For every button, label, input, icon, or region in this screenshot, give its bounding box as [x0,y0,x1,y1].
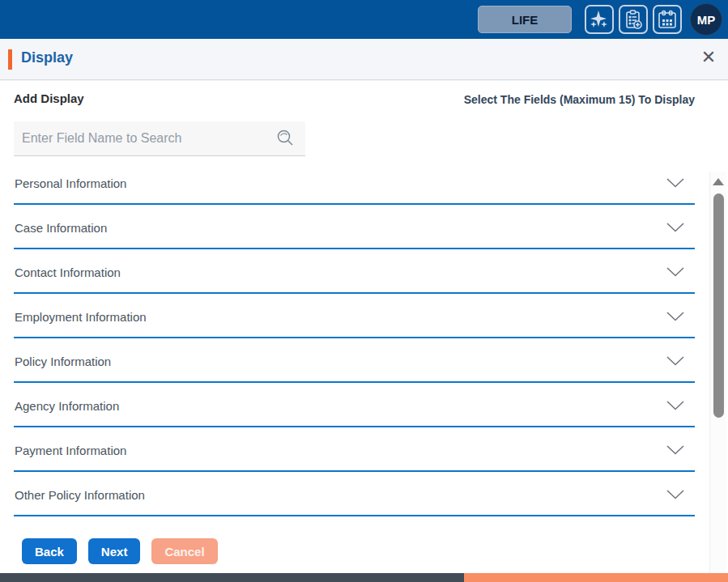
chevron-down-icon[interactable] [666,266,685,278]
search-icon[interactable] [275,128,296,149]
chevron-down-icon[interactable] [666,311,685,322]
field-group-label: Employment Information [15,310,147,324]
field-group-employment-information[interactable]: Employment Information [14,294,695,338]
bottom-bar [0,573,728,582]
sparkles-icon [589,9,610,30]
field-group-agency-information[interactable]: Agency Information [14,383,695,427]
cancel-button[interactable]: Cancel [151,538,217,564]
scroll-up-arrow-icon[interactable] [713,178,724,185]
chevron-down-icon[interactable] [666,177,685,189]
bottom-bar-orange-segment [464,573,728,582]
field-group-list: Personal Information Case Information Co… [14,160,695,516]
scrollbar[interactable] [709,172,726,582]
screen: LIFE [0,0,728,582]
next-button[interactable]: Next [88,538,141,564]
search-input[interactable] [14,131,275,146]
top-navbar: LIFE [0,0,728,39]
chevron-down-icon[interactable] [666,489,685,500]
field-group-label: Policy Information [15,355,111,368]
accent-bar [8,49,12,70]
calendar-icon [657,9,678,30]
clipboard-add-icon [623,9,644,30]
field-group-label: Agency Information [15,399,119,413]
field-group-payment-information[interactable]: Payment Information [14,427,695,472]
field-group-label: Other Policy Information [15,488,145,502]
field-group-case-information[interactable]: Case Information [14,205,695,249]
close-icon[interactable]: ✕ [697,46,720,69]
chevron-down-icon[interactable] [666,400,685,411]
field-group-policy-information[interactable]: Policy Information [14,338,695,383]
scrollbar-thumb[interactable] [713,193,724,418]
sparkles-button[interactable] [585,5,614,34]
life-button[interactable]: LIFE [478,6,572,33]
clipboard-add-button[interactable] [619,5,648,34]
panel-heading: Add Display [14,91,84,105]
modal-title: Display [21,49,73,66]
chevron-down-icon[interactable] [666,355,685,367]
field-group-contact-information[interactable]: Contact Information [14,249,695,294]
field-group-other-policy-information[interactable]: Other Policy Information [14,472,695,516]
field-group-label: Contact Information [15,266,121,279]
chevron-down-icon[interactable] [666,222,685,233]
modal-body: Add Display Select The Fields (Maximum 1… [0,81,728,573]
field-group-label: Payment Information [15,444,126,457]
back-button[interactable]: Back [22,538,77,564]
footer-actions: Back Next Cancel [22,538,218,564]
calendar-button[interactable] [653,5,682,34]
field-group-label: Case Information [15,221,107,235]
modal-header: Display ✕ [0,39,728,80]
field-search [14,121,305,156]
fields-hint: Select The Fields (Maximum 15) To Displa… [464,93,695,106]
chevron-down-icon[interactable] [666,444,685,456]
field-group-label: Personal Information [15,176,126,190]
avatar[interactable]: MP [690,3,722,36]
bottom-bar-dark-segment [0,573,464,582]
field-group-personal-information[interactable]: Personal Information [14,160,695,205]
